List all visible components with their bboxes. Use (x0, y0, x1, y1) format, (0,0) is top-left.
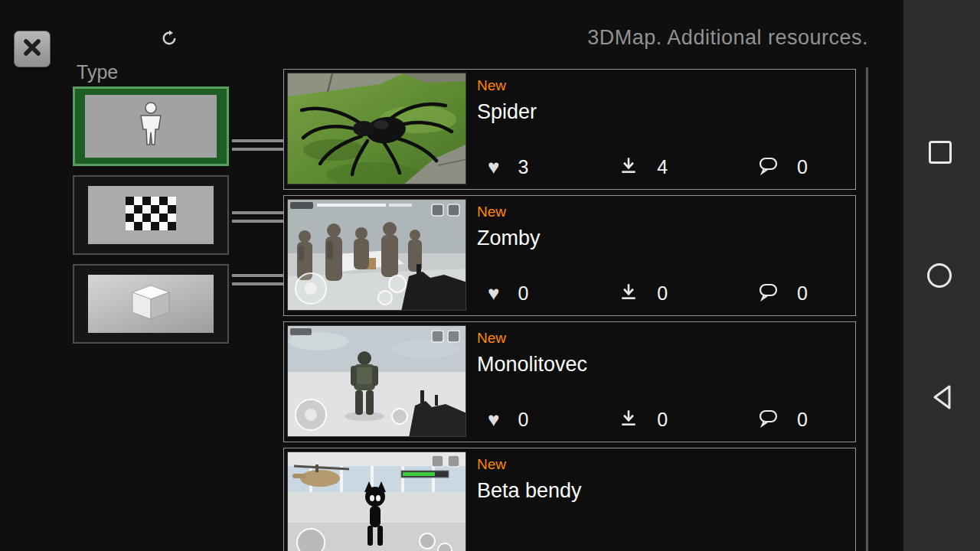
comment-icon (758, 409, 779, 431)
new-badge: New (477, 77, 852, 94)
close-button[interactable] (14, 31, 51, 67)
resource-card-spider[interactable]: New Spider ♥ 3 4 (283, 69, 856, 190)
back-button[interactable] (926, 381, 958, 413)
likes-count: 0 (518, 282, 528, 305)
downloads-count: 4 (657, 156, 668, 178)
comments-count: 0 (797, 156, 808, 178)
resource-card-monolitovec[interactable]: New Monolitovec ♥ 0 0 (283, 321, 856, 442)
heart-icon: ♥ (488, 409, 499, 429)
resource-title: Monolitovec (477, 353, 852, 377)
texture-thumb (88, 186, 214, 244)
comments-button[interactable]: 0 (758, 409, 808, 431)
card-body: New Beta bendy (466, 452, 852, 551)
card-body: New Spider ♥ 3 4 (466, 73, 852, 186)
home-button[interactable] (927, 263, 952, 288)
connector-textures (232, 211, 283, 223)
downloads-count: 0 (657, 409, 668, 431)
new-badge: New (477, 204, 852, 220)
close-icon (21, 36, 44, 62)
heart-icon: ♥ (488, 283, 499, 303)
model-thumb (88, 275, 214, 333)
type-button-textures[interactable] (73, 175, 229, 255)
recents-button[interactable] (929, 141, 952, 164)
resource-title: Zomby (477, 227, 852, 250)
resource-title: Beta bendy (477, 479, 852, 503)
new-badge: New (477, 330, 852, 347)
type-button-characters[interactable] (73, 86, 229, 166)
type-list (73, 86, 230, 353)
comment-icon (758, 282, 779, 305)
connector-models (232, 274, 283, 285)
stats-row: ♥ 0 0 (477, 282, 852, 312)
downloads-count: 0 (657, 282, 668, 305)
beta-bendy-thumbnail (287, 452, 466, 551)
refresh-icon (162, 31, 177, 49)
download-icon (619, 408, 639, 431)
checkerboard-icon (126, 197, 176, 233)
comments-count: 0 (797, 282, 808, 305)
resource-card-beta-bendy[interactable]: New Beta bendy (283, 448, 856, 551)
comments-count: 0 (797, 409, 808, 431)
card-body: New Zomby ♥ 0 0 (466, 199, 852, 312)
character-thumb (85, 95, 217, 158)
scrollbar[interactable] (866, 67, 868, 551)
download-icon (619, 155, 639, 178)
new-badge: New (477, 456, 852, 473)
likes-button[interactable]: ♥ 0 (488, 282, 528, 305)
downloads-button[interactable]: 0 (619, 408, 668, 431)
card-body: New Monolitovec ♥ 0 0 (466, 325, 852, 439)
comments-button[interactable]: 0 (758, 282, 808, 305)
page-title: 3DMap. Additional resources. (587, 26, 868, 50)
type-button-models[interactable] (73, 264, 229, 344)
app-root: 3DMap. Additional resources. Type (0, 0, 980, 551)
resource-card-zomby[interactable]: New Zomby ♥ 0 0 (283, 195, 856, 316)
likes-button[interactable]: ♥ 3 (488, 156, 528, 178)
comment-icon (758, 156, 779, 178)
connector-characters (232, 139, 283, 151)
resource-title: Spider (477, 100, 852, 124)
comments-button[interactable]: 0 (758, 156, 808, 178)
downloads-button[interactable]: 4 (619, 155, 668, 178)
likes-button[interactable]: ♥ 0 (488, 409, 528, 431)
android-nav-bar (903, 0, 980, 551)
type-label: Type (77, 61, 118, 83)
likes-count: 3 (518, 156, 528, 178)
stats-row: ♥ 3 4 (477, 155, 852, 186)
cube-icon (128, 282, 174, 325)
spider-thumbnail (287, 73, 466, 184)
likes-count: 0 (518, 409, 528, 431)
downloads-button[interactable]: 0 (619, 282, 668, 305)
monolitovec-thumbnail (287, 325, 466, 437)
zomby-thumbnail (287, 199, 466, 311)
stats-row: ♥ 0 0 (477, 408, 852, 439)
person-icon (135, 102, 167, 151)
back-triangle-icon (926, 403, 958, 416)
refresh-button[interactable] (160, 31, 178, 49)
heart-icon: ♥ (488, 157, 499, 177)
download-icon (619, 282, 639, 305)
